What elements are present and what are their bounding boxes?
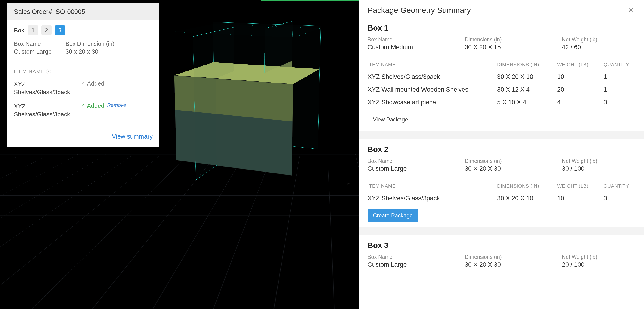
column-header: QUANTITY xyxy=(604,183,636,189)
item-row: XYZ Wall mounted Wooden Shelves30 X 12 X… xyxy=(368,83,636,96)
item-dimensions: 5 X 10 X 4 xyxy=(497,99,557,106)
items-table-header: ITEM NAMEDIMENSIONS (IN)WEIGHT (LB)QUANT… xyxy=(368,54,636,70)
item-quantity: 1 xyxy=(604,86,636,93)
item-row: XYZ Shelves/Glass/3pack30 X 20 X 10101 xyxy=(368,70,636,83)
item-name-header-text: ITEM NAME xyxy=(14,68,44,74)
box-name-value: Custom Large xyxy=(368,165,465,172)
section-separator xyxy=(359,131,644,139)
item-quantity: 3 xyxy=(604,195,636,202)
item-row: XYZ Shelves/Glass/3pack30 X 20 X 10103 xyxy=(368,192,636,205)
column-header: WEIGHT (LB) xyxy=(557,183,604,189)
box-item-row: XYZ Shelves/Glass/3pack ✓ Added Remove xyxy=(8,100,159,122)
box-section-title: Box 2 xyxy=(368,145,636,154)
column-header: DIMENSIONS (IN) xyxy=(497,183,557,189)
box-net-weight-label: Net Weight (lb) xyxy=(562,36,636,43)
check-icon: ✓ xyxy=(81,80,85,86)
column-header: WEIGHT (LB) xyxy=(557,62,604,67)
item-name-header: ITEM NAME i xyxy=(8,62,159,78)
box-section-title: Box 3 xyxy=(368,241,636,250)
box-name-value: Custom Large xyxy=(14,48,52,55)
box-name-label: Box Name xyxy=(368,36,465,43)
check-icon: ✓ xyxy=(81,102,85,108)
box-tab-3[interactable]: 3 xyxy=(55,25,65,36)
item-quantity: 3 xyxy=(604,99,636,106)
box-dimensions-value: 30 X 20 X 30 xyxy=(465,261,562,268)
box-3d-model[interactable] xyxy=(187,28,312,162)
box-item-name: XYZ Shelves/Glass/3pack xyxy=(14,102,81,118)
info-icon[interactable]: i xyxy=(46,69,51,74)
view-package-button[interactable]: View Package xyxy=(368,113,413,126)
column-header: ITEM NAME xyxy=(368,183,497,189)
section-separator xyxy=(359,227,644,235)
box-net-weight-label: Net Weight (lb) xyxy=(562,158,636,164)
item-dimensions: 30 X 20 X 10 xyxy=(497,195,557,202)
item-row: XYZ Showcase art piece5 X 10 X 443 xyxy=(368,96,636,109)
status-text: Added xyxy=(87,102,104,110)
remove-link[interactable]: Remove xyxy=(107,102,126,108)
item-name: XYZ Wall mounted Wooden Shelves xyxy=(368,86,497,93)
box-name-label: Box Name xyxy=(14,40,52,47)
box-tab-row: Box 1 2 3 xyxy=(8,20,159,37)
box-dim-value: 30 x 20 x 30 xyxy=(66,48,114,55)
item-weight: 20 xyxy=(557,86,604,93)
item-name: XYZ Showcase art piece xyxy=(368,99,497,106)
status-text: Added xyxy=(87,80,104,87)
item-name: XYZ Shelves/Glass/3pack xyxy=(368,73,497,80)
item-weight: 10 xyxy=(557,195,604,202)
box-dimensions-label: Dimensions (in) xyxy=(465,36,562,43)
box-name-label: Box Name xyxy=(368,158,465,164)
geometry-summary-panel: Package Geometry Summary ✕ Box 1Box Name… xyxy=(359,0,644,309)
box-dimensions-value: 30 X 20 X 15 xyxy=(465,44,562,51)
column-header: QUANTITY xyxy=(604,62,636,67)
box-dimensions-label: Dimensions (in) xyxy=(465,158,562,164)
box-dimensions-label: Dimensions (in) xyxy=(465,254,562,260)
box-summary-section: Box 2Box NameCustom LargeDimensions (in)… xyxy=(359,139,644,227)
item-weight: 10 xyxy=(557,73,604,80)
box-summary-section: Box 1Box NameCustom MediumDimensions (in… xyxy=(359,20,644,131)
box-name-label: Box Name xyxy=(368,254,465,260)
create-package-button[interactable]: Create Package xyxy=(368,209,418,222)
column-header: DIMENSIONS (IN) xyxy=(497,62,557,67)
box-net-weight-value: 20 / 100 xyxy=(562,261,636,268)
box-item-row: XYZ Shelves/Glass/3pack ✓ Added xyxy=(8,78,159,100)
item-dimensions: 30 X 20 X 10 xyxy=(497,73,557,80)
box-item-status: ✓ Added xyxy=(81,80,104,96)
box-name-value: Custom Medium xyxy=(368,44,465,51)
box-net-weight-value: 42 / 60 xyxy=(562,44,636,51)
cursor-highlight-ring xyxy=(335,170,357,192)
box-item-name: XYZ Shelves/Glass/3pack xyxy=(14,80,81,96)
box-summary-section: Box 3Box NameCustom LargeDimensions (in)… xyxy=(359,235,644,276)
box-name-value: Custom Large xyxy=(368,261,465,268)
box-dimensions-value: 30 X 20 X 30 xyxy=(465,165,562,172)
sales-order-header: Sales Order#: SO-00005 xyxy=(8,4,159,20)
item-dimensions: 30 X 12 X 4 xyxy=(497,86,557,93)
box-item-status-active: ✓ Added Remove xyxy=(81,102,126,118)
box-tab-1[interactable]: 1 xyxy=(28,25,38,36)
item-quantity: 1 xyxy=(604,73,636,80)
box-tab-2[interactable]: 2 xyxy=(42,25,52,36)
box-net-weight-label: Net Weight (lb) xyxy=(562,254,636,260)
item-weight: 4 xyxy=(557,99,604,106)
box-net-weight-value: 30 / 100 xyxy=(562,165,636,172)
summary-title: Package Geometry Summary xyxy=(368,6,471,15)
close-icon[interactable]: ✕ xyxy=(626,6,636,15)
box-meta: Box Name Custom Large Box Dimension (in)… xyxy=(8,37,159,62)
box-section-title: Box 1 xyxy=(368,24,636,32)
box-inspector-panel: Sales Order#: SO-00005 Box 1 2 3 Box Nam… xyxy=(8,4,159,147)
item-name: XYZ Shelves/Glass/3pack xyxy=(368,195,497,202)
items-table-header: ITEM NAMEDIMENSIONS (IN)WEIGHT (LB)QUANT… xyxy=(368,176,636,192)
column-header: ITEM NAME xyxy=(368,62,497,67)
view-summary-link[interactable]: View summary xyxy=(112,133,153,140)
box-dim-label: Box Dimension (in) xyxy=(66,40,114,47)
box-label: Box xyxy=(14,27,24,34)
